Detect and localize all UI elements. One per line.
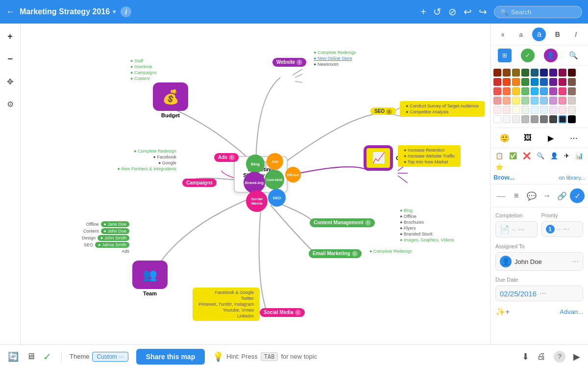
text-small-btn[interactable]: a	[496, 27, 510, 41]
more-icon[interactable]: ⋯	[567, 131, 581, 145]
arrow-icon[interactable]: →	[539, 188, 554, 203]
back-button[interactable]: ←	[6, 7, 15, 17]
link-icon[interactable]: 🔗	[555, 188, 569, 203]
color-swatch[interactable]	[493, 97, 501, 105]
social-media-label[interactable]: Social Media i	[260, 308, 305, 317]
color-swatch[interactable]	[531, 69, 539, 77]
person-style-icon[interactable]: 👤	[544, 49, 558, 62]
color-swatch[interactable]	[512, 115, 520, 123]
browse-item[interactable]: 🔍	[535, 151, 546, 160]
browse-item[interactable]: 📊	[573, 151, 585, 160]
video-icon[interactable]: ▶	[544, 131, 558, 145]
color-swatch[interactable]	[503, 106, 511, 114]
color-swatch[interactable]	[512, 97, 520, 105]
sidebar-toggle-icon[interactable]: ▶	[573, 351, 580, 362]
redo2-icon[interactable]: ↪	[479, 6, 487, 18]
browse-library-link[interactable]: on library...	[559, 175, 585, 181]
campaigns-node[interactable]: Campaigns ● Complete Redesign ● Facebook…	[182, 178, 217, 187]
color-swatch[interactable]	[568, 97, 576, 105]
minus-icon[interactable]: —	[494, 188, 509, 203]
color-swatch[interactable]	[512, 78, 520, 86]
color-swatch[interactable]	[559, 78, 566, 86]
website-node[interactable]: Website i ● Complete Redesign ● New Onli…	[272, 57, 306, 67]
color-swatch[interactable]	[559, 87, 566, 95]
color-swatch[interactable]	[521, 115, 529, 123]
email-marketing-node[interactable]: Email Marketing i ● Complete Redesign	[309, 248, 362, 258]
color-swatch[interactable]	[503, 78, 511, 86]
color-swatch[interactable]	[540, 106, 548, 114]
color-swatch[interactable]	[549, 106, 557, 114]
confirm-icon[interactable]: ✓	[570, 188, 585, 203]
block-icon[interactable]: ⊘	[448, 6, 457, 18]
color-swatch[interactable]	[568, 78, 576, 86]
color-swatch[interactable]	[559, 97, 566, 105]
color-swatch[interactable]	[568, 106, 576, 114]
color-swatch[interactable]	[549, 87, 557, 95]
image-icon[interactable]: 🖼	[521, 131, 535, 145]
bold-btn[interactable]: B	[551, 27, 564, 41]
seo-node[interactable]: SEO i ● Conduct Survey of Target Audienc…	[370, 106, 396, 115]
italic-btn[interactable]: I	[569, 27, 583, 41]
content-management-label[interactable]: Content Management i	[310, 218, 375, 227]
color-swatch[interactable]	[559, 106, 566, 114]
completion-dots[interactable]: ···	[512, 227, 516, 233]
browse-item[interactable]: ⭐	[493, 162, 505, 172]
redo-icon[interactable]: ↺	[433, 6, 441, 18]
browse-item[interactable]: 📋	[493, 151, 505, 160]
browse-item[interactable]: ✅	[507, 151, 519, 160]
cursor-tool-icon[interactable]: ✥	[2, 74, 18, 89]
advanced-link[interactable]: Advan...	[560, 308, 583, 315]
color-swatch[interactable]	[512, 106, 520, 114]
comment-icon[interactable]: 💬	[524, 188, 539, 203]
color-swatch[interactable]	[568, 87, 576, 95]
completion-more[interactable]: ···	[518, 225, 524, 234]
seo-label[interactable]: SEO i	[370, 107, 396, 115]
color-swatch[interactable]	[531, 78, 539, 86]
color-swatch[interactable]	[531, 97, 539, 105]
color-swatch[interactable]	[568, 115, 576, 123]
color-swatch[interactable]	[540, 78, 548, 86]
color-swatch[interactable]	[549, 97, 557, 105]
email-marketing-label[interactable]: Email Marketing i	[309, 249, 362, 258]
color-swatch[interactable]	[549, 78, 557, 86]
goals-node[interactable]: 📈 Goals ● Increase Retention ● Increase …	[364, 145, 411, 171]
color-swatch[interactable]	[549, 69, 557, 77]
emoji-icon[interactable]: 🙂	[498, 131, 512, 145]
node-style-icon[interactable]: ⊞	[498, 49, 512, 62]
custom-theme-button[interactable]: Custom ···	[92, 352, 128, 362]
team-node[interactable]: 👥 Team Offline ● Jane Doe Content ● John…	[132, 261, 168, 296]
campaigns-label[interactable]: Campaigns	[182, 179, 217, 187]
main-canvas[interactable]: 🔒 📋 Marketing Strategy 2016 © 02/25/2016…	[21, 24, 490, 344]
priority-dots[interactable]: ···	[557, 226, 561, 232]
color-swatch[interactable]	[503, 115, 511, 123]
content-management-node[interactable]: Content Management i ● Blog ● Offline ● …	[310, 217, 375, 227]
check-icon[interactable]: ✓	[43, 351, 51, 363]
settings-icon[interactable]: ⚙	[2, 96, 18, 112]
color-swatch[interactable]	[559, 69, 566, 77]
color-swatch[interactable]	[493, 115, 501, 123]
priority-more[interactable]: ···	[563, 225, 569, 234]
website-label[interactable]: Website i	[272, 58, 306, 67]
due-date-dots[interactable]: ···	[539, 289, 546, 298]
color-swatch[interactable]	[521, 97, 529, 105]
color-swatch[interactable]	[493, 87, 501, 95]
color-swatch[interactable]	[521, 106, 529, 114]
color-swatch[interactable]	[512, 87, 520, 95]
color-swatch[interactable]	[540, 87, 548, 95]
menu-icon[interactable]: ≡	[509, 188, 524, 203]
color-swatch-selected[interactable]	[559, 115, 566, 123]
ads-label[interactable]: Ads i	[214, 153, 239, 162]
browse-item[interactable]: ❌	[521, 151, 533, 160]
title-chevron-icon[interactable]: ▾	[113, 8, 116, 15]
ads-node[interactable]: Ads i	[214, 152, 239, 162]
budget-node[interactable]: 💰 Budget ● Staff ● Overtime ● Campaigns …	[153, 82, 188, 118]
sync-icon[interactable]: 🔄	[8, 351, 19, 362]
search-input[interactable]	[511, 8, 580, 16]
browse-item[interactable]: ✈	[562, 151, 571, 160]
color-swatch[interactable]	[493, 78, 501, 86]
text-medium-btn[interactable]: a	[514, 27, 528, 41]
text-large-btn[interactable]: a	[532, 27, 546, 41]
browse-item[interactable]: 👤	[548, 151, 560, 160]
add-icon[interactable]: +	[420, 6, 426, 18]
color-swatch[interactable]	[540, 115, 548, 123]
